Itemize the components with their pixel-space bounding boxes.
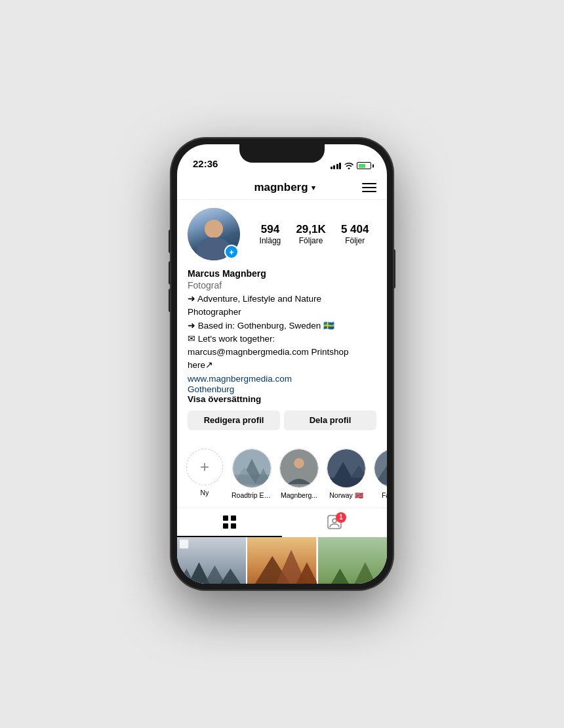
story-roadtrip[interactable]: Roadtrip EU... bbox=[232, 449, 272, 500]
story-roadtrip-thumb bbox=[233, 449, 271, 487]
followers-count: 29,1K bbox=[296, 223, 325, 236]
stat-following[interactable]: 5 404 Följer bbox=[341, 223, 369, 245]
story-faroe[interactable]: Faroe... bbox=[374, 449, 387, 500]
status-time: 22:36 bbox=[193, 158, 218, 169]
ig-header: magnberg ▾ bbox=[177, 173, 387, 200]
chevron-down-icon: ▾ bbox=[312, 184, 315, 192]
bio-line-3: ✉ Let's work together: bbox=[188, 333, 376, 346]
svg-rect-15 bbox=[231, 516, 236, 521]
bio-location[interactable]: Gothenburg bbox=[188, 384, 376, 394]
story-magnberg-label: Magnberg... bbox=[281, 491, 317, 499]
tab-tagged[interactable]: 1 bbox=[282, 508, 387, 537]
tabs-row: 1 bbox=[177, 508, 387, 537]
bio-name: Marcus Magnberg bbox=[188, 268, 376, 279]
edit-profile-button[interactable]: Redigera profil bbox=[188, 411, 280, 430]
story-magnberg[interactable]: Magnberg... bbox=[279, 449, 319, 500]
posts-count: 594 bbox=[261, 223, 279, 236]
bio-email: marcus@magnbergmedia.com Printshop here↗ bbox=[188, 346, 376, 373]
story-magnberg-thumb bbox=[280, 449, 318, 487]
story-faroe-thumb bbox=[374, 449, 387, 487]
bio-line-1: ➜ Adventure, Lifestyle and Nature Photog… bbox=[188, 293, 376, 319]
add-story-button[interactable]: + bbox=[224, 245, 239, 259]
menu-button[interactable] bbox=[362, 183, 376, 192]
svg-rect-32 bbox=[318, 537, 387, 584]
share-profile-button[interactable]: Dela profil bbox=[284, 411, 376, 430]
status-icons bbox=[331, 162, 372, 169]
phone-frame: 22:36 bbox=[171, 138, 393, 590]
svg-rect-16 bbox=[223, 523, 228, 529]
bio-line-2: ➜ Based in: Gothenburg, Sweden 🇸🇪 bbox=[188, 319, 376, 333]
following-label: Följer bbox=[345, 236, 365, 245]
phone-screen: 22:36 bbox=[177, 144, 387, 584]
battery-fill bbox=[359, 164, 365, 168]
photo-grid bbox=[177, 537, 387, 584]
story-norway-thumb bbox=[327, 449, 365, 487]
story-new-circle: + bbox=[186, 449, 223, 485]
action-buttons: Redigera profil Dela profil bbox=[188, 411, 376, 430]
signal-icon bbox=[331, 163, 342, 169]
profile-stats-row: + 594 Inlägg 29,1K Följare 5 404 bbox=[188, 208, 376, 260]
story-new-label: Ny bbox=[201, 489, 209, 496]
story-norway[interactable]: Norway 🇳🇴 bbox=[327, 449, 366, 500]
posts-label: Inlägg bbox=[260, 236, 281, 245]
story-new[interactable]: + Ny bbox=[185, 449, 224, 500]
bio-translate[interactable]: Visa översättning bbox=[188, 394, 376, 404]
svg-point-6 bbox=[294, 458, 304, 468]
wifi-icon bbox=[344, 162, 353, 169]
story-roadtrip-label: Roadtrip EU... bbox=[232, 491, 272, 499]
grid-icon bbox=[222, 515, 237, 529]
tagged-badge: 1 bbox=[336, 512, 346, 523]
profile-section: + 594 Inlägg 29,1K Följare 5 404 bbox=[177, 200, 387, 443]
stat-posts[interactable]: 594 Inlägg bbox=[260, 223, 281, 245]
grid-photo-1[interactable] bbox=[177, 537, 246, 584]
avatar-container: + bbox=[188, 208, 240, 260]
bio-title: Fotograf bbox=[188, 280, 376, 291]
bio-website[interactable]: www.magnbergmedia.com bbox=[188, 374, 292, 384]
grid-photo-3[interactable] bbox=[318, 537, 387, 584]
followers-label: Följare bbox=[299, 236, 323, 245]
svg-rect-14 bbox=[223, 516, 228, 521]
svg-rect-17 bbox=[231, 523, 236, 529]
svg-rect-10 bbox=[327, 477, 365, 487]
screen-content[interactable]: magnberg ▾ + bbox=[177, 173, 387, 584]
following-count: 5 404 bbox=[341, 223, 369, 236]
username-area[interactable]: magnberg ▾ bbox=[254, 181, 315, 194]
battery-icon bbox=[357, 162, 371, 169]
bio-section: Marcus Magnberg Fotograf ➜ Adventure, Li… bbox=[188, 268, 376, 404]
grid-photo-2[interactable] bbox=[247, 537, 316, 584]
svg-rect-4 bbox=[233, 474, 271, 487]
stat-followers[interactable]: 29,1K Följare bbox=[296, 223, 325, 245]
profile-username: magnberg bbox=[254, 181, 308, 194]
story-norway-label: Norway 🇳🇴 bbox=[329, 491, 363, 500]
svg-rect-27 bbox=[180, 539, 188, 548]
tab-grid[interactable] bbox=[177, 508, 282, 537]
notch bbox=[239, 144, 325, 163]
story-faroe-label: Faroe... bbox=[382, 491, 387, 499]
stats-container: 594 Inlägg 29,1K Följare 5 404 Följer bbox=[252, 223, 376, 245]
stories-row: + Ny Roadtrip EU... bbox=[177, 443, 387, 508]
